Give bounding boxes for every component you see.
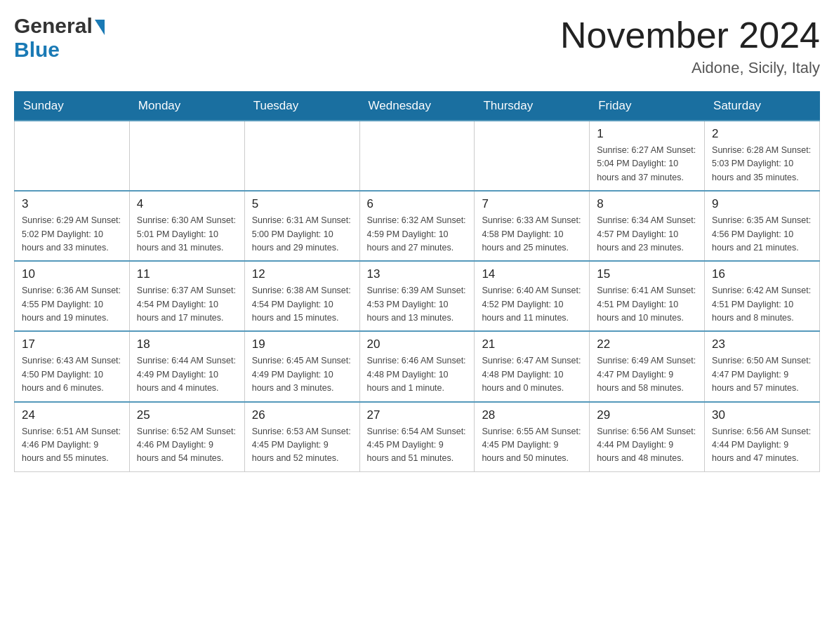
calendar-cell: 20Sunrise: 6:46 AM Sunset: 4:48 PM Dayli…	[359, 331, 475, 401]
logo-general-text: General	[14, 14, 93, 38]
day-info: Sunrise: 6:35 AM Sunset: 4:56 PM Dayligh…	[712, 214, 812, 255]
day-info: Sunrise: 6:27 AM Sunset: 5:04 PM Dayligh…	[597, 144, 697, 185]
calendar-cell: 17Sunrise: 6:43 AM Sunset: 4:50 PM Dayli…	[15, 331, 130, 401]
day-number: 9	[712, 197, 812, 211]
day-info: Sunrise: 6:51 AM Sunset: 4:46 PM Dayligh…	[22, 425, 122, 466]
calendar-cell: 28Sunrise: 6:55 AM Sunset: 4:45 PM Dayli…	[475, 402, 590, 472]
day-info: Sunrise: 6:53 AM Sunset: 4:45 PM Dayligh…	[252, 425, 352, 466]
day-info: Sunrise: 6:31 AM Sunset: 5:00 PM Dayligh…	[252, 214, 352, 255]
calendar-cell: 4Sunrise: 6:30 AM Sunset: 5:01 PM Daylig…	[129, 191, 244, 261]
day-number: 5	[252, 197, 352, 211]
day-info: Sunrise: 6:56 AM Sunset: 4:44 PM Dayligh…	[712, 425, 812, 466]
day-number: 14	[482, 267, 582, 281]
day-number: 1	[597, 127, 697, 141]
day-number: 25	[137, 408, 237, 422]
logo-blue-text: Blue	[14, 38, 60, 61]
calendar-cell: 22Sunrise: 6:49 AM Sunset: 4:47 PM Dayli…	[590, 331, 705, 401]
day-info: Sunrise: 6:34 AM Sunset: 4:57 PM Dayligh…	[597, 214, 697, 255]
calendar-cell: 19Sunrise: 6:45 AM Sunset: 4:49 PM Dayli…	[244, 331, 359, 401]
week-row-2: 3Sunrise: 6:29 AM Sunset: 5:02 PM Daylig…	[15, 191, 820, 261]
day-info: Sunrise: 6:56 AM Sunset: 4:44 PM Dayligh…	[597, 425, 697, 466]
day-number: 19	[252, 337, 352, 351]
calendar-cell: 5Sunrise: 6:31 AM Sunset: 5:00 PM Daylig…	[244, 191, 359, 261]
day-number: 29	[597, 408, 697, 422]
day-number: 21	[482, 337, 582, 351]
calendar-cell: 9Sunrise: 6:35 AM Sunset: 4:56 PM Daylig…	[705, 191, 820, 261]
calendar-cell: 11Sunrise: 6:37 AM Sunset: 4:54 PM Dayli…	[129, 261, 244, 331]
day-info: Sunrise: 6:45 AM Sunset: 4:49 PM Dayligh…	[252, 354, 352, 395]
calendar-cell	[359, 121, 475, 191]
day-number: 7	[482, 197, 582, 211]
calendar-table: SundayMondayTuesdayWednesdayThursdayFrid…	[14, 91, 820, 472]
calendar-subtitle: Aidone, Sicily, Italy	[560, 59, 820, 77]
header-row: SundayMondayTuesdayWednesdayThursdayFrid…	[15, 92, 820, 121]
column-header-wednesday: Wednesday	[359, 92, 475, 121]
calendar-cell	[15, 121, 130, 191]
day-number: 2	[712, 127, 812, 141]
calendar-cell	[475, 121, 590, 191]
week-row-4: 17Sunrise: 6:43 AM Sunset: 4:50 PM Dayli…	[15, 331, 820, 401]
week-row-3: 10Sunrise: 6:36 AM Sunset: 4:55 PM Dayli…	[15, 261, 820, 331]
calendar-cell: 10Sunrise: 6:36 AM Sunset: 4:55 PM Dayli…	[15, 261, 130, 331]
calendar-cell: 15Sunrise: 6:41 AM Sunset: 4:51 PM Dayli…	[590, 261, 705, 331]
calendar-cell: 23Sunrise: 6:50 AM Sunset: 4:47 PM Dayli…	[705, 331, 820, 401]
day-info: Sunrise: 6:36 AM Sunset: 4:55 PM Dayligh…	[22, 284, 122, 325]
calendar-cell: 7Sunrise: 6:33 AM Sunset: 4:58 PM Daylig…	[475, 191, 590, 261]
day-number: 27	[367, 408, 468, 422]
calendar-cell: 6Sunrise: 6:32 AM Sunset: 4:59 PM Daylig…	[359, 191, 475, 261]
day-info: Sunrise: 6:29 AM Sunset: 5:02 PM Dayligh…	[22, 214, 122, 255]
day-info: Sunrise: 6:41 AM Sunset: 4:51 PM Dayligh…	[597, 284, 697, 325]
column-header-monday: Monday	[129, 92, 244, 121]
day-number: 26	[252, 408, 352, 422]
calendar-title: November 2024	[560, 14, 820, 56]
day-info: Sunrise: 6:32 AM Sunset: 4:59 PM Dayligh…	[367, 214, 468, 255]
day-number: 18	[137, 337, 237, 351]
column-header-saturday: Saturday	[705, 92, 820, 121]
day-info: Sunrise: 6:39 AM Sunset: 4:53 PM Dayligh…	[367, 284, 468, 325]
calendar-cell: 14Sunrise: 6:40 AM Sunset: 4:52 PM Dayli…	[475, 261, 590, 331]
calendar-cell: 2Sunrise: 6:28 AM Sunset: 5:03 PM Daylig…	[705, 121, 820, 191]
calendar-cell: 24Sunrise: 6:51 AM Sunset: 4:46 PM Dayli…	[15, 402, 130, 472]
column-header-friday: Friday	[590, 92, 705, 121]
day-number: 22	[597, 337, 697, 351]
day-info: Sunrise: 6:43 AM Sunset: 4:50 PM Dayligh…	[22, 354, 122, 395]
calendar-cell: 29Sunrise: 6:56 AM Sunset: 4:44 PM Dayli…	[590, 402, 705, 472]
day-number: 17	[22, 337, 122, 351]
week-row-1: 1Sunrise: 6:27 AM Sunset: 5:04 PM Daylig…	[15, 121, 820, 191]
day-number: 30	[712, 408, 812, 422]
day-info: Sunrise: 6:47 AM Sunset: 4:48 PM Dayligh…	[482, 354, 582, 395]
day-number: 6	[367, 197, 468, 211]
day-number: 4	[137, 197, 237, 211]
calendar-cell: 18Sunrise: 6:44 AM Sunset: 4:49 PM Dayli…	[129, 331, 244, 401]
day-number: 28	[482, 408, 582, 422]
column-header-sunday: Sunday	[15, 92, 130, 121]
day-info: Sunrise: 6:55 AM Sunset: 4:45 PM Dayligh…	[482, 425, 582, 466]
day-number: 3	[22, 197, 122, 211]
logo-triangle-icon	[95, 20, 105, 35]
day-number: 10	[22, 267, 122, 281]
day-info: Sunrise: 6:54 AM Sunset: 4:45 PM Dayligh…	[367, 425, 468, 466]
day-number: 16	[712, 267, 812, 281]
calendar-cell: 30Sunrise: 6:56 AM Sunset: 4:44 PM Dayli…	[705, 402, 820, 472]
day-info: Sunrise: 6:49 AM Sunset: 4:47 PM Dayligh…	[597, 354, 697, 395]
day-info: Sunrise: 6:30 AM Sunset: 5:01 PM Dayligh…	[137, 214, 237, 255]
day-info: Sunrise: 6:52 AM Sunset: 4:46 PM Dayligh…	[137, 425, 237, 466]
calendar-cell: 21Sunrise: 6:47 AM Sunset: 4:48 PM Dayli…	[475, 331, 590, 401]
calendar-cell: 3Sunrise: 6:29 AM Sunset: 5:02 PM Daylig…	[15, 191, 130, 261]
calendar-cell: 12Sunrise: 6:38 AM Sunset: 4:54 PM Dayli…	[244, 261, 359, 331]
calendar-cell: 13Sunrise: 6:39 AM Sunset: 4:53 PM Dayli…	[359, 261, 475, 331]
day-info: Sunrise: 6:42 AM Sunset: 4:51 PM Dayligh…	[712, 284, 812, 325]
day-info: Sunrise: 6:40 AM Sunset: 4:52 PM Dayligh…	[482, 284, 582, 325]
logo: General Blue	[14, 14, 105, 62]
week-row-5: 24Sunrise: 6:51 AM Sunset: 4:46 PM Dayli…	[15, 402, 820, 472]
calendar-cell	[129, 121, 244, 191]
title-area: November 2024 Aidone, Sicily, Italy	[560, 14, 820, 77]
day-number: 13	[367, 267, 468, 281]
calendar-cell: 27Sunrise: 6:54 AM Sunset: 4:45 PM Dayli…	[359, 402, 475, 472]
day-info: Sunrise: 6:28 AM Sunset: 5:03 PM Dayligh…	[712, 144, 812, 185]
calendar-cell	[244, 121, 359, 191]
day-number: 11	[137, 267, 237, 281]
calendar-cell: 25Sunrise: 6:52 AM Sunset: 4:46 PM Dayli…	[129, 402, 244, 472]
day-number: 24	[22, 408, 122, 422]
day-info: Sunrise: 6:50 AM Sunset: 4:47 PM Dayligh…	[712, 354, 812, 395]
